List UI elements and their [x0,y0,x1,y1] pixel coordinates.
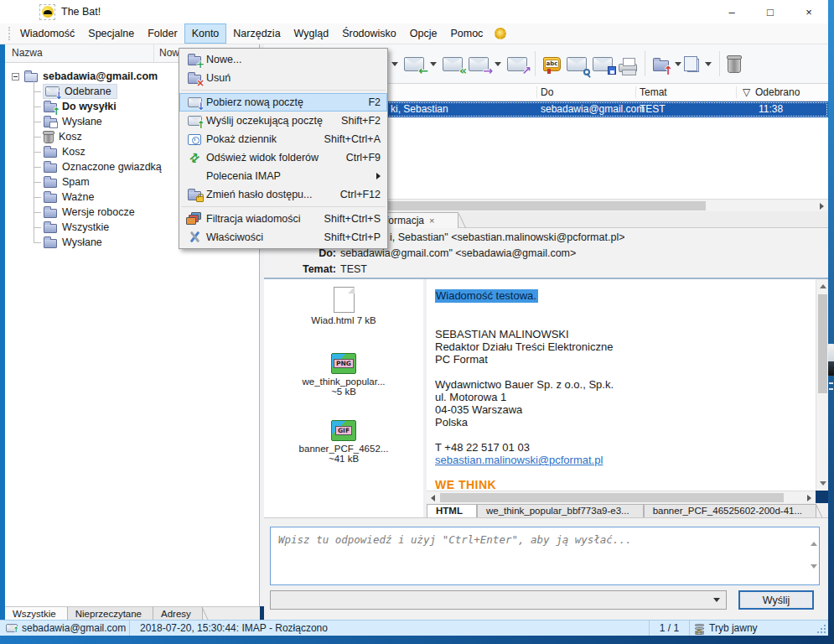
menu-item-zmien-haslo[interactable]: Zmień hasło dostępu... Ctrl+F12 [179,185,387,204]
search-mail-button[interactable] [567,57,587,71]
menu-narzedzia[interactable]: Narzędzia [226,23,287,44]
body-line: SEBASTIAN MALINOWSKI [435,328,816,340]
folder-icon [44,239,57,248]
scroll-right-icon[interactable] [803,491,816,504]
reply-account-select[interactable] [270,590,727,610]
reply-all-button[interactable] [443,57,463,71]
menu-wiadomosc[interactable]: Wiadomość [13,23,81,44]
menu-konto[interactable]: Konto [184,23,227,44]
trash-icon [44,132,54,143]
email-link[interactable]: sebastian.malinowski@pcformat.pl [435,454,603,466]
statusbar-account-cell[interactable]: sebadawia@gmail.com [0,621,130,636]
menu-item-odswiez-widok[interactable]: Odśwież widok folderów Ctrl+F9 [179,148,387,167]
header-row-do: Do: sebadawia@gmail.com" <sebadawia@gmai… [264,247,823,263]
menu-folder[interactable]: Folder [141,23,184,44]
column-odebrano[interactable]: Odebrano [755,86,800,98]
menu-srodowisko[interactable]: Środowisko [335,23,403,44]
dropdown-caret-icon[interactable] [675,62,681,66]
menu-item-pobierz-nowa-poczte[interactable]: Pobierz nową pocztę F2 [179,93,387,112]
dropdown-caret-icon[interactable] [430,62,437,66]
menu-item-wlasciwosci[interactable]: Właściwości Shift+Ctrl+P [179,228,387,247]
statusbar: sebadawia@gmail.com 2018-07-20, 15:30:44… [0,620,828,636]
titlebar: The Bat! – □ × [0,0,828,23]
dropdown-caret-icon[interactable] [705,62,712,66]
move-to-folder-button[interactable] [653,60,669,71]
tab-adresy[interactable]: Adresy [153,607,203,620]
attachment-we-think-png[interactable]: PNG we_think_popular... ~5 kB [264,353,423,397]
menu-item-wyslij-oczekujaca[interactable]: Wyślij oczekującą pocztę Shift+F2 [179,112,387,130]
menu-separator [181,206,386,207]
dropdown-caret-icon[interactable] [391,62,398,66]
caption-buttons: – □ × [712,0,828,23]
attachment-wiad-html[interactable]: Wiad.html 7 kB [264,287,423,325]
menu-opcje[interactable]: Opcje [403,23,444,44]
close-button[interactable]: × [790,0,828,23]
inbox-icon [45,86,60,96]
copy-message-button[interactable] [687,59,699,72]
menu-item-pokaz-dziennik[interactable]: Pokaż dziennik Shift+Ctrl+A [179,130,387,148]
tab-close-icon[interactable]: × [429,216,434,226]
print-button[interactable] [619,64,637,72]
tab-wszystkie[interactable]: Wszystkie [5,607,68,620]
column-do[interactable]: Do [541,86,553,98]
save-mail-button[interactable] [593,57,613,71]
account-name[interactable]: sebadawia@gmail.com [43,70,158,82]
theme-flower-icon[interactable] [495,28,506,39]
scroll-right-icon[interactable] [816,200,828,212]
menu-item-filtracja[interactable]: Filtracja wiadomości Shift+Ctrl+S [179,210,387,228]
message-received: 11:38 [759,103,783,115]
redirect-button[interactable] [507,57,527,71]
reply-button[interactable] [404,57,424,71]
tab-nieprzeczytane[interactable]: Nieprzeczytane [68,607,153,620]
delete-button[interactable] [728,57,741,73]
tab-html[interactable]: HTML [427,504,477,517]
menu-item-usun[interactable]: Usuń [179,69,387,87]
body-vscrollbar[interactable] [816,278,828,491]
dropdown-caret-icon[interactable] [495,62,501,66]
send-button[interactable]: Wyślij [738,590,814,610]
tab-banner-gif[interactable]: banner_PCF_46525602-200d-41... [644,504,816,517]
menu-item-polecenia-imap[interactable]: Polecenia IMAP [179,167,387,185]
attachment-name: we_think_popular... [264,377,423,387]
scroll-down-icon[interactable] [811,569,817,580]
folder-delete-icon [188,75,201,84]
forward-button[interactable] [469,57,489,71]
menu-specjalne[interactable]: Specjalne [81,23,141,44]
minimize-button[interactable]: – [712,0,751,23]
reply-textarea[interactable] [270,527,820,585]
menu-separator [181,90,386,91]
window-title: The Bat! [61,6,101,18]
scroll-left-icon[interactable] [427,491,439,504]
scroll-up-icon[interactable] [811,530,817,542]
message-body: Wiadomość testowa. SEBASTIAN MALINOWSKI … [427,278,816,491]
address-book-button[interactable]: abc [543,57,561,71]
resize-grip[interactable] [816,623,826,633]
folder-icon [44,164,57,173]
scrollbar-thumb[interactable] [440,493,784,502]
column-temat[interactable]: Temat [640,86,667,98]
quick-reply-pane: Wyślij [264,517,828,620]
body-hscrollbar[interactable] [427,491,816,503]
sort-indicator-icon: ▽ [743,86,750,98]
scroll-up-icon[interactable] [816,280,829,293]
message-subject: TEST [640,103,666,115]
menu-wyglad[interactable]: Wygląd [287,23,336,44]
message-to: sebadawia@gmail.com [541,103,645,115]
column-nazwa[interactable]: Nazwa [5,44,154,62]
chevron-down-icon [713,598,720,602]
toolbar-grip[interactable] [8,27,12,40]
menu-item-nowe[interactable]: Nowe... [179,50,387,69]
scrollbar-thumb[interactable] [818,294,827,393]
statusbar-mode: Tryb jawny [709,622,758,634]
body-line [435,428,816,441]
header-do-value: sebadawia@gmail.com" <sebadawia@gmail.co… [340,247,576,263]
body-line: 04-035 Warszawa [435,403,816,416]
maximize-button[interactable]: □ [751,0,790,23]
folder-icon [44,179,57,188]
statusbar-mode-cell[interactable]: Tryb jawny [690,621,807,636]
tab-we-think-png[interactable]: we_think_popular_bbf773a9-e3... [477,504,644,517]
menu-pomoc[interactable]: Pomoc [443,23,490,44]
scroll-down-icon[interactable] [816,477,829,490]
collapse-expander-icon[interactable] [12,73,19,80]
attachment-banner-gif[interactable]: GIF banner_PCF_4652... ~41 kB [264,420,423,464]
